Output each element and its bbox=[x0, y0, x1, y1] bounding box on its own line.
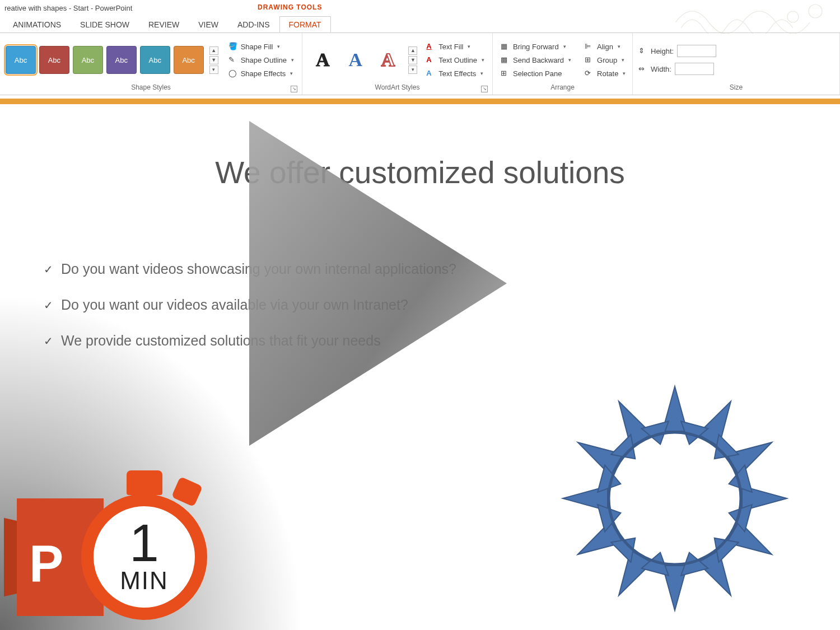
bring-forward-icon: ▦ bbox=[501, 42, 510, 51]
effects-icon: ◯ bbox=[228, 69, 237, 78]
gallery-down-icon[interactable]: ▼ bbox=[408, 56, 417, 64]
gallery-scroll: ▲ ▼ ▾ bbox=[209, 46, 218, 74]
shape-style-3[interactable]: Abc bbox=[73, 46, 103, 74]
accent-bar bbox=[0, 99, 840, 104]
selection-pane-button[interactable]: ⊞Selection Pane bbox=[498, 68, 573, 78]
ribbon: Abc Abc Abc Abc Abc Abc ▲ ▼ ▾ 🪣Shape Fil… bbox=[0, 32, 840, 95]
group-shape-styles: Abc Abc Abc Abc Abc Abc ▲ ▼ ▾ 🪣Shape Fil… bbox=[0, 33, 302, 95]
window-titlebar: reative with shapes - Start - PowerPoint… bbox=[0, 0, 840, 16]
height-input[interactable] bbox=[677, 45, 716, 57]
selection-pane-icon: ⊞ bbox=[501, 69, 510, 78]
ribbon-tabs: ANIMATIONS SLIDE SHOW REVIEW VIEW ADD-IN… bbox=[0, 16, 840, 32]
group-icon: ⊞ bbox=[585, 55, 594, 64]
group-label-wordart: WordArt Styles↘ bbox=[308, 83, 487, 94]
bullet-item: ✓We provide customized solutions that fi… bbox=[44, 333, 456, 349]
width-icon: ⇔ bbox=[638, 64, 647, 73]
shape-style-6[interactable]: Abc bbox=[174, 46, 204, 74]
height-label: Height: bbox=[651, 47, 674, 55]
group-size: ⇕Height: ⇔Width: Size bbox=[633, 33, 840, 95]
shape-outline-button[interactable]: ✎Shape Outline▾ bbox=[226, 55, 296, 65]
width-label: Width: bbox=[651, 65, 671, 73]
bullet-item: ✓Do you want videos showcasing your own … bbox=[44, 261, 456, 278]
wordart-style-3[interactable]: A bbox=[374, 46, 403, 74]
gallery-up-icon[interactable]: ▲ bbox=[408, 46, 417, 55]
powerpoint-timer-badge: P 1 MIN bbox=[17, 494, 207, 620]
group-label-size: Size bbox=[638, 83, 834, 94]
group-wordart-styles: A A A ▲ ▼ ▾ AText Fill▾ AText Outline▾ A… bbox=[302, 33, 493, 95]
width-input[interactable] bbox=[675, 63, 714, 75]
shape-effects-button[interactable]: ◯Shape Effects▾ bbox=[226, 68, 296, 78]
tab-format[interactable]: FORMAT bbox=[279, 16, 331, 32]
gallery-up-icon[interactable]: ▲ bbox=[209, 46, 218, 55]
contextual-tab-label: DRAWING TOOLS bbox=[258, 3, 322, 11]
svg-point-16 bbox=[609, 432, 741, 564]
wordart-gallery-scroll: ▲ ▼ ▾ bbox=[408, 46, 417, 74]
window-title: reative with shapes - Start - PowerPoint bbox=[4, 4, 132, 12]
group-arrange: ▦Bring Forward▾ ▩Send Backward▾ ⊞Selecti… bbox=[493, 33, 633, 95]
bullet-list[interactable]: ✓Do you want videos showcasing your own … bbox=[44, 261, 456, 368]
rotate-button[interactable]: ⟳Rotate▾ bbox=[582, 68, 628, 78]
send-backward-button[interactable]: ▩Send Backward▾ bbox=[498, 55, 573, 65]
align-icon: ⊫ bbox=[585, 42, 594, 51]
shape-style-2[interactable]: Abc bbox=[39, 46, 69, 74]
tab-view[interactable]: VIEW bbox=[189, 16, 228, 32]
check-icon: ✓ bbox=[44, 297, 53, 314]
bring-forward-button[interactable]: ▦Bring Forward▾ bbox=[498, 41, 573, 52]
gallery-down-icon[interactable]: ▼ bbox=[209, 56, 218, 64]
stopwatch-icon: 1 MIN bbox=[81, 494, 207, 620]
text-effects-icon: A bbox=[426, 69, 435, 78]
timer-unit: MIN bbox=[120, 567, 169, 595]
group-label-arrange: Arrange bbox=[498, 83, 627, 94]
shape-style-5[interactable]: Abc bbox=[140, 46, 170, 74]
align-button[interactable]: ⊫Align▾ bbox=[582, 41, 628, 52]
group-label-shape-styles: Shape Styles↘ bbox=[6, 83, 296, 94]
check-icon: ✓ bbox=[44, 261, 53, 278]
shape-style-1[interactable]: Abc bbox=[6, 46, 36, 74]
powerpoint-letter: P bbox=[29, 535, 63, 594]
pen-outline-icon: ✎ bbox=[228, 55, 237, 64]
tab-slideshow[interactable]: SLIDE SHOW bbox=[71, 16, 139, 32]
wordart-style-1[interactable]: A bbox=[308, 46, 337, 74]
slide-canvas[interactable]: We offer customized solutions ✓Do you wa… bbox=[0, 104, 840, 630]
wordart-style-2[interactable]: A bbox=[340, 46, 370, 74]
rotate-icon: ⟳ bbox=[585, 69, 594, 78]
tab-review[interactable]: REVIEW bbox=[139, 16, 189, 32]
slide-title[interactable]: We offer customized solutions bbox=[0, 155, 840, 190]
starburst-shape[interactable] bbox=[560, 384, 790, 613]
send-backward-icon: ▩ bbox=[501, 55, 510, 64]
gallery-more-icon[interactable]: ▾ bbox=[209, 66, 218, 74]
gallery-more-icon[interactable]: ▾ bbox=[408, 66, 417, 74]
group-button[interactable]: ⊞Group▾ bbox=[582, 55, 628, 65]
text-fill-icon: A bbox=[426, 42, 435, 51]
text-effects-button[interactable]: AText Effects▾ bbox=[424, 68, 487, 78]
height-icon: ⇕ bbox=[638, 46, 647, 55]
text-outline-button[interactable]: AText Outline▾ bbox=[424, 55, 487, 65]
check-icon: ✓ bbox=[44, 333, 53, 349]
tab-addins[interactable]: ADD-INS bbox=[228, 16, 279, 32]
text-outline-icon: A bbox=[426, 55, 435, 64]
bullet-item: ✓Do you want our videos available via yo… bbox=[44, 297, 456, 314]
shape-fill-button[interactable]: 🪣Shape Fill▾ bbox=[226, 41, 296, 52]
dialog-launcher-icon[interactable]: ↘ bbox=[481, 86, 488, 92]
shape-style-4[interactable]: Abc bbox=[106, 46, 137, 74]
text-fill-button[interactable]: AText Fill▾ bbox=[424, 41, 487, 52]
timer-number: 1 bbox=[129, 519, 159, 567]
dialog-launcher-icon[interactable]: ↘ bbox=[291, 86, 297, 92]
paint-bucket-icon: 🪣 bbox=[228, 42, 237, 51]
tab-animations[interactable]: ANIMATIONS bbox=[3, 16, 71, 32]
